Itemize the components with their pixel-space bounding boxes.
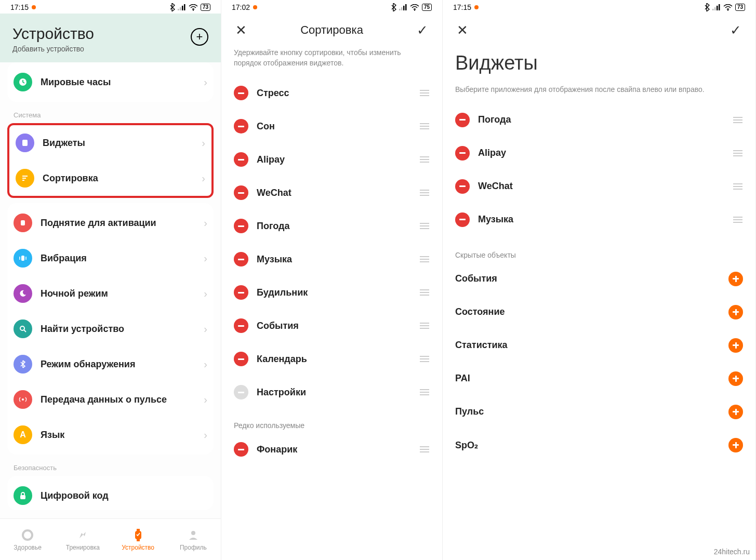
drag-handle-icon[interactable]	[419, 90, 430, 96]
confirm-button[interactable]: ✓	[415, 23, 430, 37]
status-time: 17:02	[232, 3, 250, 11]
drag-handle-icon[interactable]	[419, 446, 430, 452]
sort-item[interactable]: Фонарик	[221, 433, 442, 466]
drag-handle-icon[interactable]	[733, 183, 743, 190]
widget-hidden-item[interactable]: PAI	[443, 362, 755, 395]
row-pin-code[interactable]: Цифровой код	[7, 478, 214, 508]
widget-item[interactable]: WeChat	[443, 170, 755, 203]
remove-icon[interactable]	[234, 318, 248, 333]
row-find-device[interactable]: Найти устройство ›	[7, 311, 214, 346]
add-icon[interactable]	[728, 338, 743, 353]
row-night-mode[interactable]: Ночной режим ›	[7, 276, 214, 311]
add-icon[interactable]	[728, 405, 743, 419]
battery-icon: 75	[422, 4, 432, 11]
widget-hidden-item[interactable]: События	[443, 262, 755, 296]
drag-handle-icon[interactable]	[733, 117, 743, 123]
widget-hidden-item[interactable]: Пульс	[443, 395, 755, 429]
sort-item[interactable]: Сон	[221, 110, 442, 143]
svg-rect-19	[403, 6, 405, 10]
sort-icon	[16, 169, 34, 188]
drag-handle-icon[interactable]	[419, 190, 430, 196]
add-icon[interactable]	[728, 371, 743, 386]
search-icon	[14, 319, 32, 338]
widget-item-label: PAI	[455, 373, 720, 384]
row-widgets[interactable]: Виджеты ›	[9, 125, 211, 161]
sort-item[interactable]: Alipay	[221, 143, 442, 176]
remove-icon[interactable]	[234, 86, 248, 100]
page-title: Устройство	[12, 25, 94, 43]
add-icon[interactable]	[728, 305, 743, 319]
row-vibration[interactable]: Вибрация ›	[7, 241, 214, 276]
widget-item[interactable]: Alipay	[443, 137, 755, 170]
drag-handle-icon[interactable]	[419, 256, 430, 262]
widget-hidden-item[interactable]: SpO₂	[443, 429, 755, 462]
remove-icon[interactable]	[455, 146, 470, 161]
drag-handle-icon[interactable]	[733, 150, 743, 156]
sort-item[interactable]: WeChat	[221, 176, 442, 209]
widget-item-label: Статистика	[455, 340, 720, 351]
drag-handle-icon[interactable]	[419, 356, 430, 362]
drag-handle-icon[interactable]	[419, 223, 430, 229]
remove-icon[interactable]	[234, 119, 248, 134]
widget-item-label: Состояние	[455, 306, 720, 317]
row-sort[interactable]: Сортировка ›	[9, 161, 211, 196]
close-button[interactable]: ✕	[234, 23, 248, 37]
remove-icon[interactable]	[234, 185, 248, 200]
battery-icon: 73	[201, 4, 210, 11]
sort-item[interactable]: Календарь	[221, 342, 442, 376]
sort-item-label: Стресс	[257, 88, 411, 99]
widget-hidden-item[interactable]: Статистика	[443, 329, 755, 362]
remove-icon[interactable]	[234, 252, 248, 266]
page-subtitle[interactable]: Добавить устройство	[12, 45, 94, 53]
sort-item-label: Будильник	[257, 287, 411, 298]
drag-handle-icon[interactable]	[733, 217, 743, 223]
close-button[interactable]: ✕	[455, 23, 470, 37]
drag-handle-icon[interactable]	[419, 123, 430, 129]
sort-item[interactable]: Погода	[221, 209, 442, 243]
add-icon[interactable]	[728, 272, 743, 286]
row-raise-to-wake[interactable]: Поднятие для активации ›	[7, 205, 214, 241]
nav-training[interactable]: Тренировка	[55, 519, 110, 560]
add-icon[interactable]	[728, 438, 743, 452]
record-indicator-icon	[474, 5, 479, 9]
wifi-icon	[723, 4, 733, 11]
row-discovery-mode[interactable]: Режим обнаружения ›	[7, 346, 214, 382]
widget-hidden-item[interactable]: Состояние	[443, 296, 755, 329]
svg-rect-6	[22, 140, 28, 146]
svg-point-16	[191, 531, 195, 535]
widget-item[interactable]: Погода	[443, 103, 755, 137]
record-indicator-icon	[32, 5, 36, 9]
drag-handle-icon[interactable]	[419, 323, 430, 329]
widget-item-label: SpO₂	[455, 439, 720, 451]
sort-item[interactable]: Настройки	[221, 376, 442, 409]
widgets-hint: Выберите приложения для отображения посл…	[443, 84, 755, 103]
chevron-right-icon: ›	[204, 217, 207, 229]
sort-item[interactable]: Будильник	[221, 276, 442, 309]
nav-health[interactable]: Здоровье	[0, 519, 55, 560]
nav-device[interactable]: Устройство	[111, 519, 166, 560]
drag-handle-icon[interactable]	[419, 389, 430, 395]
drag-handle-icon[interactable]	[419, 156, 430, 163]
drag-handle-icon[interactable]	[419, 289, 430, 296]
remove-icon[interactable]	[234, 352, 248, 366]
svg-rect-11	[20, 495, 25, 499]
row-language[interactable]: A Язык ›	[7, 417, 214, 452]
nav-profile[interactable]: Профиль	[166, 519, 221, 560]
sort-item[interactable]: Музыка	[221, 243, 442, 276]
remove-icon[interactable]	[455, 179, 470, 194]
sort-item[interactable]: События	[221, 309, 442, 342]
widget-item[interactable]: Музыка	[443, 203, 755, 236]
remove-icon[interactable]	[234, 152, 248, 167]
confirm-button[interactable]: ✓	[728, 23, 743, 37]
row-heart-rate-broadcast[interactable]: Передача данных о пульсе ›	[7, 382, 214, 417]
svg-rect-0	[178, 9, 179, 10]
sort-item[interactable]: Стресс	[221, 76, 442, 110]
remove-icon[interactable]	[234, 442, 248, 457]
remove-icon[interactable]	[455, 212, 470, 227]
row-world-clock[interactable]: Мировые часы ›	[7, 64, 214, 100]
remove-icon[interactable]	[234, 219, 248, 233]
wifi-icon	[189, 4, 198, 11]
add-device-button[interactable]: +	[191, 28, 208, 46]
remove-icon[interactable]	[234, 285, 248, 300]
remove-icon[interactable]	[455, 113, 470, 127]
